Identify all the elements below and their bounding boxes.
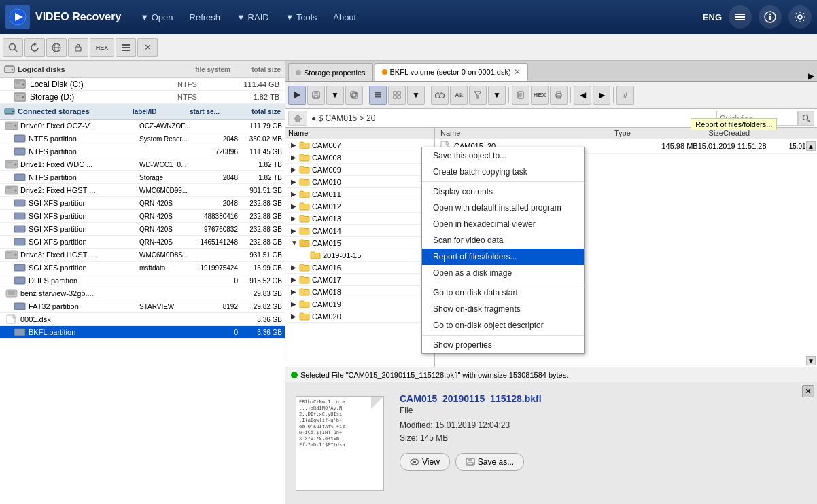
rt-list-btn[interactable] [369, 86, 387, 105]
storage-item-6[interactable]: SGI XFS partition QRN-420S 2048 232.88 G… [0, 197, 285, 210]
language-selector[interactable]: ENG [703, 12, 722, 22]
ft-item-cam012[interactable]: ▶ CAM012 [285, 200, 434, 213]
storage-item-10[interactable]: Drive3: Fixed HGST ... WMC6M0D8S... 931.… [0, 249, 285, 262]
ft-item-cam010[interactable]: ▶ CAM010 [285, 176, 434, 188]
ft-item-2019-01-15[interactable]: 2019-01-15 [285, 249, 434, 262]
rt-hex2-btn[interactable]: HEX [531, 86, 549, 105]
fb-scroll-down-btn[interactable]: ▼ [806, 356, 816, 365]
svg-rect-41 [14, 200, 25, 206]
rt-print-btn[interactable] [550, 86, 568, 105]
menu-refresh[interactable]: Refresh [184, 10, 226, 25]
tab-scroll-right[interactable]: ▶ [808, 71, 814, 81]
search-btn[interactable] [3, 38, 23, 57]
storage-item-13[interactable]: benz starview-32gb.... 29.83 GB [0, 287, 285, 300]
rt-play-btn[interactable] [288, 86, 306, 105]
svg-marker-11 [34, 43, 37, 46]
ft-item-cam008[interactable]: ▶ CAM008 [285, 151, 434, 164]
rt-grid-btn[interactable] [388, 86, 406, 105]
preview-saveas-btn[interactable]: Save as... [455, 453, 524, 471]
settings-icon-btn[interactable] [788, 5, 812, 29]
svg-rect-60 [352, 93, 358, 98]
ft-item-cam019[interactable]: ▶ CAM019 [285, 298, 434, 310]
network-btn[interactable] [46, 38, 67, 57]
storage-item-4[interactable]: NTFS partition Storage 2048 1.82 TB [0, 171, 285, 184]
ft-item-cam014[interactable]: ▶ CAM014 [285, 225, 434, 237]
menu-raid[interactable]: ▼ RAID [231, 10, 275, 25]
ft-item-cam007[interactable]: ▶ CAM007 [285, 139, 434, 151]
ft-item-list: ▶ CAM007 ▶ CAM008 ▶ CAM009 ▶ CAM010 ▶ CA… [285, 139, 434, 323]
details-icon-btn[interactable] [729, 5, 752, 29]
hex-btn[interactable]: HEX [90, 38, 114, 57]
preview-view-btn[interactable]: View [400, 453, 450, 471]
cm-open-hex[interactable]: Open in hexadecimal viewer [435, 216, 584, 232]
storage-item-11[interactable]: SGI XFS partition msftdata 1919975424 15… [0, 262, 285, 274]
ft-item-cam013[interactable]: ▶ CAM013 [285, 213, 434, 225]
cm-report[interactable]: Report of files/folders... [435, 249, 584, 265]
rt-filter-btn[interactable] [469, 86, 487, 105]
menu-about[interactable]: About [328, 10, 362, 25]
storage-item-5[interactable]: Drive2: Fixed HGST ... WMC6M0D99... 931.… [0, 184, 285, 197]
cm-open-default[interactable]: Open with default installed program [435, 200, 584, 216]
rt-nav-right[interactable]: ▶ [593, 86, 610, 105]
svg-rect-59 [314, 96, 318, 98]
storage-item-15[interactable]: 0001.dsk 3.36 GB [0, 313, 285, 326]
storage-item-2[interactable]: NTFS partition 720896 111.45 GB [0, 145, 285, 158]
rt-binoculars-btn[interactable] [431, 86, 449, 105]
ft-item-cam018[interactable]: ▶ CAM018 [285, 286, 434, 298]
storage-item-16[interactable]: BKFL partition 0 3.36 GB [0, 326, 285, 339]
storage-item-0[interactable]: Drive0: Fixed OCZ-V... OCZ-AWNZOF... 111… [0, 120, 285, 132]
main-content: Logical disks file system total size Loc… [0, 61, 817, 504]
cm-batch[interactable]: Create batch copying task [435, 164, 584, 180]
rt-nav-left[interactable]: ◀ [574, 86, 591, 105]
ft-item-cam017[interactable]: ▶ CAM017 [285, 274, 434, 286]
ft-item-cam015[interactable]: ▼ CAM015 [285, 237, 434, 249]
lock-btn[interactable] [68, 38, 88, 57]
close-btn[interactable]: ✕ [137, 38, 158, 57]
ft-arrow-icon: ▶ [291, 215, 299, 222]
tab-storage-props[interactable]: Storage properties [288, 63, 373, 81]
rt-filter-arrow[interactable]: ▼ [488, 86, 506, 105]
fb-scroll-up-btn[interactable]: ▲ [806, 141, 816, 151]
disk-local-c[interactable]: Local Disk (C:) NTFS 111.44 GB [0, 78, 285, 91]
ft-item-cam011[interactable]: ▶ CAM011 [285, 188, 434, 200]
ft-item-cam009[interactable]: ▶ CAM009 [285, 164, 434, 176]
path-root-btn[interactable] [288, 111, 307, 126]
storage-item-14[interactable]: FAT32 partition STARVIEW 8192 29.82 GB [0, 300, 285, 313]
preview-close-btn[interactable]: ✕ [802, 385, 814, 397]
storage-item-7[interactable]: SGI XFS partition QRN-420S 488380416 232… [0, 210, 285, 223]
rt-grid-arrow[interactable]: ▼ [407, 86, 425, 105]
refresh-btn[interactable] [24, 38, 45, 57]
ft-item-cam020[interactable]: ▶ CAM020 [285, 310, 434, 323]
disk-storage-d[interactable]: Storage (D:) NTFS 1.82 TB [0, 91, 285, 104]
folder-icon [299, 190, 310, 198]
list-btn[interactable] [116, 38, 136, 57]
info-icon-btn[interactable] [759, 5, 782, 29]
cm-scan[interactable]: Scan for video data [435, 232, 584, 249]
rt-report-btn[interactable] [512, 86, 529, 105]
ft-item-cam016[interactable]: ▶ CAM016 [285, 262, 434, 274]
menu-open[interactable]: ▼ Open [135, 10, 178, 25]
menu-tools[interactable]: ▼ Tools [280, 10, 323, 25]
rt-hash-btn[interactable]: # [616, 86, 634, 105]
rt-save-btn[interactable] [307, 86, 325, 105]
path-bar: ● $ CAM015 > 20 Report of files/folders.… [285, 109, 817, 128]
cm-save[interactable]: Save this object to... [435, 147, 584, 164]
tab-close-btn[interactable]: ✕ [514, 67, 521, 77]
rt-copy-btn[interactable] [345, 86, 363, 105]
cm-goto-data[interactable]: Go to on-disk data start [435, 285, 584, 301]
rt-save-arrow[interactable]: ▼ [326, 86, 344, 105]
storage-item-12[interactable]: DHFS partition 0 915.52 GB [0, 274, 285, 287]
storage-item-9[interactable]: SGI XFS partition QRN-420S 1465141248 23… [0, 236, 285, 249]
storage-item-3[interactable]: Drive1: Fixed WDC ... WD-WCC1T0... 1.82 … [0, 158, 285, 171]
tab-bkfl-volume[interactable]: BKFL volume (sector 0 on 0001.dsk) ✕ [375, 63, 528, 81]
rt-az-btn[interactable]: Aä [450, 86, 468, 105]
cm-show-fragments[interactable]: Show on-disk fragments [435, 301, 584, 317]
storage-item-8[interactable]: SGI XFS partition QRN-420S 976760832 232… [0, 223, 285, 236]
quick-find-search-btn[interactable] [798, 111, 814, 126]
cm-display[interactable]: Display contents [435, 183, 584, 200]
storage-item-1[interactable]: NTFS partition System Reser... 2048 350.… [0, 132, 285, 145]
cm-properties[interactable]: Show properties [435, 337, 584, 353]
cm-goto-descriptor[interactable]: Go to on-disk object descriptor [435, 317, 584, 334]
cm-disk-image[interactable]: Open as a disk image [435, 265, 584, 281]
folder-icon [299, 153, 310, 162]
